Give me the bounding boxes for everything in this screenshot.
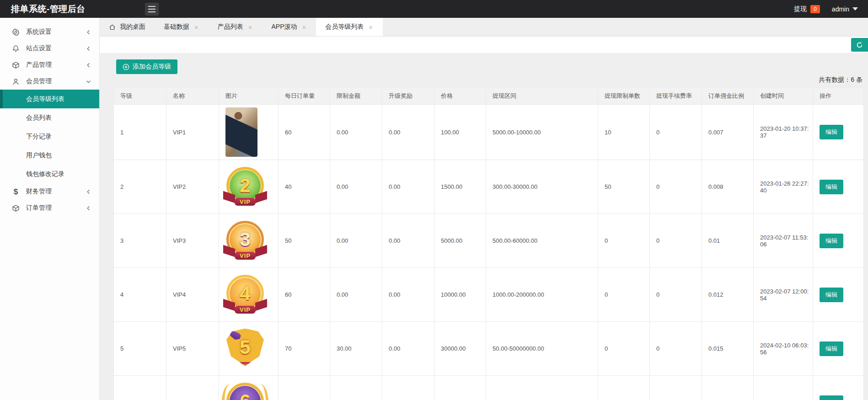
- withdraw-notice[interactable]: 提现 0: [794, 5, 820, 13]
- column-header: 名称: [166, 87, 219, 105]
- cell-upgrade-reward: 0.00: [382, 105, 434, 160]
- close-icon[interactable]: ×: [193, 23, 199, 32]
- toolbar-strip: [100, 37, 868, 53]
- sidebar-item-order-management[interactable]: 订单管理: [0, 200, 99, 216]
- cell-price: 100.00: [434, 105, 486, 160]
- column-header: 提现限制单数: [598, 87, 650, 105]
- cell-daily-orders: 40: [279, 160, 330, 214]
- cell-withdraw-range: 300.00-30000.00: [486, 160, 598, 214]
- add-button-label: 添加会员等级: [133, 63, 171, 71]
- edit-button[interactable]: 编辑: [820, 180, 843, 194]
- user-menu[interactable]: admin: [832, 5, 858, 13]
- member-level-table: 等级名称图片每日订单量限制金额升级奖励价格提现区间提现限制单数提现手续费率订单佣…: [113, 87, 864, 400]
- column-header: 每日订单量: [279, 87, 330, 105]
- tab-label: 我的桌面: [120, 23, 145, 31]
- app-title: 排单系统-管理后台: [0, 3, 86, 15]
- sidebar-item-label: 下分记录: [26, 133, 52, 141]
- sidebar-item-label: 系统设置: [26, 28, 52, 36]
- vip-badge-label: VIP: [235, 198, 256, 206]
- cell-name: VIP3: [166, 214, 219, 268]
- vip-badge-image: 4VIP: [226, 275, 264, 312]
- column-header: 等级: [114, 87, 166, 105]
- cell-withdraw-range: 5000.00-10000.00: [486, 105, 598, 160]
- tab-basic-data[interactable]: 基础数据 ×: [155, 18, 209, 36]
- cell-withdraw-range: 1000.00-200000.00: [486, 268, 598, 322]
- member-submenu: 会员等级列表 会员列表 下分记录 用户钱包 钱包修改记录: [0, 90, 99, 183]
- chevron-down-icon: [86, 79, 91, 84]
- cell-image: 3VIP: [219, 214, 279, 268]
- cell-created: 2024-02-10 06:03:56: [754, 322, 813, 376]
- user-icon: [12, 78, 20, 85]
- cell-withdraw-fee: 0: [650, 160, 702, 214]
- sidebar-item-system-settings[interactable]: 系统设置: [0, 24, 99, 40]
- sidebar-item-wallet-change-records[interactable]: 钱包修改记录: [0, 165, 99, 183]
- tab-bar: 我的桌面 基础数据 × 产品列表 × APP滚动 × 会员等级列表 ×: [100, 18, 868, 37]
- vip-badge-label: VIP: [235, 362, 256, 370]
- cell-created: 2024-02-10 06:04:: [754, 376, 813, 400]
- cell-withdraw-limit: 0: [598, 322, 650, 376]
- table-row: 1VIP1600.000.00100.005000.00-10000.00100…: [114, 105, 864, 160]
- cell-created: 2023-02-07 11:53:06: [754, 214, 813, 268]
- sidebar-item-member-management[interactable]: 会员管理: [0, 73, 99, 90]
- table-header-row: 等级名称图片每日订单量限制金额升级奖励价格提现区间提现限制单数提现手续费率订单佣…: [114, 87, 864, 105]
- cell-commission: 0.007: [702, 105, 754, 160]
- cell-withdraw-range: [486, 376, 598, 400]
- cell-name: [166, 376, 219, 400]
- edit-button[interactable]: 编辑: [820, 341, 843, 356]
- sidebar-item-user-wallet[interactable]: 用户钱包: [0, 146, 99, 165]
- sidebar-item-site-settings[interactable]: 站点设置: [0, 40, 99, 57]
- cell-upgrade-reward: 0.00: [382, 160, 434, 214]
- add-member-level-button[interactable]: 添加会员等级: [116, 59, 177, 74]
- edit-button[interactable]: 编辑: [820, 125, 843, 139]
- bell-icon: [12, 45, 20, 53]
- cell-withdraw-fee: 0: [650, 322, 702, 376]
- cell-name: VIP2: [166, 160, 219, 214]
- cell-limit-amount: 0.00: [330, 105, 382, 160]
- edit-button[interactable]: 编辑: [820, 288, 843, 302]
- cell-price: 1500.00: [434, 160, 486, 214]
- tab-member-level-list[interactable]: 会员等级列表 ×: [316, 18, 383, 36]
- cell-daily-orders: 50: [279, 214, 330, 268]
- cell-image: 6VIP: [219, 376, 279, 400]
- cell-withdraw-range: 500.00-60000.00: [486, 214, 598, 268]
- vip-badge-number: 2: [240, 175, 250, 197]
- cell-withdraw-fee: [650, 376, 702, 400]
- tab-product-list[interactable]: 产品列表 ×: [209, 18, 263, 36]
- tab-my-desktop[interactable]: 我的桌面: [100, 18, 155, 36]
- cube-icon: [12, 61, 20, 69]
- sidebar-item-label: 会员管理: [26, 77, 52, 85]
- sidebar-item-label: 站点设置: [26, 44, 52, 53]
- cell-limit-amount: 30.00: [330, 322, 382, 376]
- sidebar-item-finance-management[interactable]: $ 财务管理: [0, 183, 99, 200]
- hamburger-menu-icon[interactable]: [145, 3, 159, 16]
- sidebar: 系统设置 站点设置 产品管理: [0, 18, 100, 400]
- cell-created: 2023-02-07 12:00:54: [754, 268, 813, 322]
- close-icon[interactable]: ×: [301, 23, 307, 32]
- sidebar-item-product-management[interactable]: 产品管理: [0, 57, 99, 73]
- close-icon[interactable]: ×: [247, 23, 253, 32]
- withdraw-count-badge: 0: [810, 5, 820, 13]
- edit-button[interactable]: 编辑: [820, 395, 843, 400]
- sidebar-item-member-list[interactable]: 会员列表: [0, 108, 99, 127]
- cell-withdraw-fee: 0: [650, 214, 702, 268]
- vip-badge-image: 2VIP: [226, 167, 264, 204]
- cell-actions: 编辑: [813, 268, 864, 322]
- refresh-button[interactable]: [851, 38, 868, 52]
- sidebar-item-downscore-records[interactable]: 下分记录: [0, 127, 99, 146]
- column-header: 限制金额: [330, 87, 382, 105]
- cell-commission: 0.01: [702, 214, 754, 268]
- cell-withdraw-limit: 0: [598, 268, 650, 322]
- refresh-icon: [856, 41, 863, 49]
- chevron-down-icon: [852, 7, 858, 11]
- cell-level: 1: [114, 105, 166, 160]
- cell-image: 5VIP: [219, 322, 279, 376]
- cell-name: VIP1: [166, 105, 219, 160]
- cell-upgrade-reward: 0.00: [382, 214, 434, 268]
- gear-icon: [12, 28, 20, 36]
- tab-app-scroll[interactable]: APP滚动 ×: [263, 18, 316, 36]
- cell-name: VIP5: [166, 322, 219, 376]
- edit-button[interactable]: 编辑: [820, 234, 843, 248]
- close-icon[interactable]: ×: [368, 23, 374, 32]
- cell-actions: 编辑: [813, 376, 864, 400]
- sidebar-item-member-level-list[interactable]: 会员等级列表: [0, 90, 99, 108]
